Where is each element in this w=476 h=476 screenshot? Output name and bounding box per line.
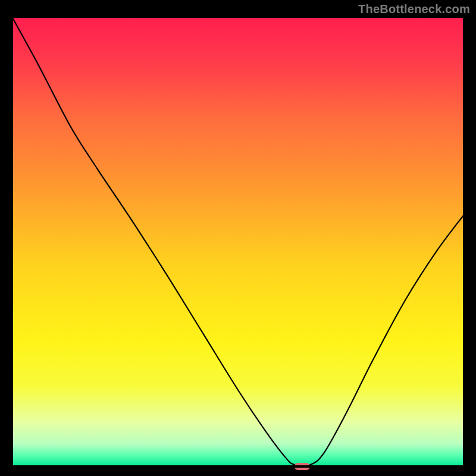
- chart-frame: TheBottleneck.com: [0, 0, 476, 476]
- bottleneck-plot: [0, 0, 476, 476]
- gradient-background: [12, 17, 464, 466]
